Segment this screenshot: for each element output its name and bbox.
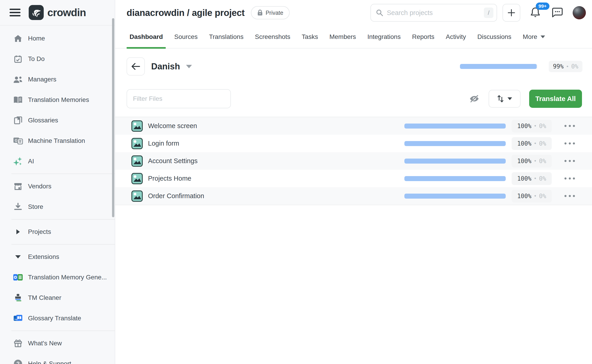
hide-completed-button[interactable] xyxy=(469,94,479,103)
file-progress-track xyxy=(404,141,506,146)
sidebar-item-ai[interactable]: AI xyxy=(0,151,115,172)
approved-percent: 0% xyxy=(571,63,578,70)
toolbar-actions: Translate All xyxy=(469,90,582,108)
percent-separator: • xyxy=(534,176,537,181)
file-progress-track xyxy=(404,194,506,199)
row-menu-button[interactable] xyxy=(565,177,575,180)
sidebar-item-whats-new[interactable]: What's New xyxy=(0,333,115,354)
chat-icon xyxy=(552,7,563,18)
storefront-icon xyxy=(13,182,23,190)
file-progress-fill xyxy=(404,176,506,181)
file-percentages: 100% • 0% xyxy=(512,155,552,168)
glossaries-cards-icon xyxy=(13,116,23,125)
row-menu-button[interactable] xyxy=(565,143,575,144)
file-name: Welcome screen xyxy=(148,122,197,130)
percent-separator: • xyxy=(534,158,537,164)
sidebar-item-store[interactable]: Store xyxy=(0,196,115,217)
search-icon xyxy=(376,9,383,16)
caret-right-icon xyxy=(13,229,23,234)
sidebar-item-label: Home xyxy=(28,35,45,42)
tab-activity[interactable]: Activity xyxy=(443,25,469,48)
svg-text:G: G xyxy=(15,138,18,143)
approved-percent: 0% xyxy=(539,123,546,130)
back-button[interactable] xyxy=(126,57,145,76)
sort-button[interactable] xyxy=(489,90,520,108)
sidebar-item-machine-translation[interactable]: G Machine Translation xyxy=(0,130,115,151)
filter-files-input[interactable] xyxy=(126,89,231,108)
translated-percent: 100% xyxy=(517,140,532,147)
translated-percent: 100% xyxy=(517,123,532,130)
search-box[interactable]: / xyxy=(371,4,497,22)
file-progress-track xyxy=(404,159,506,163)
sidebar-item-tm-cleaner[interactable]: TM Cleaner xyxy=(0,287,115,308)
file-row-order-confirmation[interactable]: Order Confirmation 100% • 0% xyxy=(115,187,592,205)
hamburger-menu-icon[interactable] xyxy=(10,8,20,17)
file-name: Login form xyxy=(148,140,179,147)
sidebar-scrollbar[interactable] xyxy=(112,18,114,217)
sidebar-item-managers[interactable]: Managers xyxy=(0,69,115,90)
sidebar-item-translation-memories[interactable]: Translation Memories xyxy=(0,90,115,110)
sidebar-item-label: Extensions xyxy=(28,253,59,260)
sidebar-item-label: Help & Support xyxy=(28,360,71,364)
file-row-welcome-screen[interactable]: Welcome screen 100% • 0% xyxy=(115,117,592,135)
tab-dashboard[interactable]: Dashboard xyxy=(126,25,166,48)
translated-percent: 100% xyxy=(517,175,532,182)
file-percentages: 100% • 0% xyxy=(512,190,552,202)
sidebar-header: crowdin xyxy=(0,0,115,26)
sidebar-item-todo[interactable]: To Do xyxy=(0,49,115,69)
tab-reports[interactable]: Reports xyxy=(409,25,437,48)
row-menu-button[interactable] xyxy=(565,160,575,162)
tab-screenshots[interactable]: Screenshots xyxy=(252,25,293,48)
translate-all-button[interactable]: Translate All xyxy=(529,90,582,108)
row-menu-button[interactable] xyxy=(565,125,575,127)
translated-percent: 99% xyxy=(553,63,564,70)
todo-calendar-icon xyxy=(13,55,23,63)
screenshot-file-icon xyxy=(131,155,143,167)
search-input[interactable] xyxy=(387,9,484,17)
file-row-projects-home[interactable]: Projects Home 100% • 0% xyxy=(115,170,592,187)
sidebar-item-help-support[interactable]: ? Help & Support xyxy=(0,354,115,364)
approved-percent: 0% xyxy=(539,140,546,147)
file-row-login-form[interactable]: Login form 100% • 0% xyxy=(115,135,592,152)
language-switch-caret-icon[interactable] xyxy=(186,65,192,68)
tab-more[interactable]: More xyxy=(520,25,548,48)
caret-down-icon xyxy=(13,255,23,259)
percent-separator: • xyxy=(534,141,537,146)
screenshot-file-icon xyxy=(131,138,143,150)
project-header: dianacrowdin / agile project Private / 9… xyxy=(115,0,592,26)
sidebar-item-vendors[interactable]: Vendors xyxy=(0,176,115,196)
header-actions: / 99+ xyxy=(371,4,586,22)
project-breadcrumb[interactable]: dianacrowdin / agile project xyxy=(126,8,245,18)
sidebar-item-projects[interactable]: Projects xyxy=(0,221,115,242)
tab-integrations[interactable]: Integrations xyxy=(364,25,404,48)
tab-members[interactable]: Members xyxy=(326,25,359,48)
language-progress-track xyxy=(460,64,537,69)
row-menu-button[interactable] xyxy=(565,195,575,197)
sidebar-item-label: Machine Translation xyxy=(28,137,85,144)
create-project-button[interactable] xyxy=(503,4,520,22)
percent-separator: • xyxy=(534,193,537,199)
messages-button[interactable] xyxy=(552,7,563,19)
private-badge: Private xyxy=(251,6,290,19)
sidebar-item-tm-generator[interactable]: Translation Memory Gene... xyxy=(0,267,115,287)
notifications-button[interactable]: 99+ xyxy=(530,6,541,19)
tab-tasks[interactable]: Tasks xyxy=(299,25,321,48)
tab-discussions[interactable]: Discussions xyxy=(474,25,514,48)
chevron-down-icon xyxy=(540,35,545,38)
sidebar-item-extensions[interactable]: Extensions xyxy=(0,247,115,267)
file-name: Projects Home xyxy=(148,175,191,182)
tab-sources[interactable]: Sources xyxy=(171,25,201,48)
sidebar-item-glossaries[interactable]: Glossaries xyxy=(0,110,115,130)
sidebar-item-label: Managers xyxy=(28,76,56,83)
user-avatar[interactable] xyxy=(573,6,586,19)
tab-translations[interactable]: Translations xyxy=(206,25,246,48)
sidebar-item-glossary-translate[interactable]: %a Glossary Translate xyxy=(0,308,115,329)
file-name: Order Confirmation xyxy=(148,192,204,200)
percent-separator: • xyxy=(566,64,569,69)
crowdin-logo[interactable]: crowdin xyxy=(29,5,86,20)
sidebar-item-home[interactable]: Home xyxy=(0,28,115,49)
help-question-icon: ? xyxy=(13,359,23,364)
sidebar-nav: Home To Do Managers Translation Memories… xyxy=(0,26,115,364)
open-book-icon xyxy=(13,96,23,104)
file-row-account-settings[interactable]: Account Settings 100% • 0% xyxy=(115,152,592,170)
